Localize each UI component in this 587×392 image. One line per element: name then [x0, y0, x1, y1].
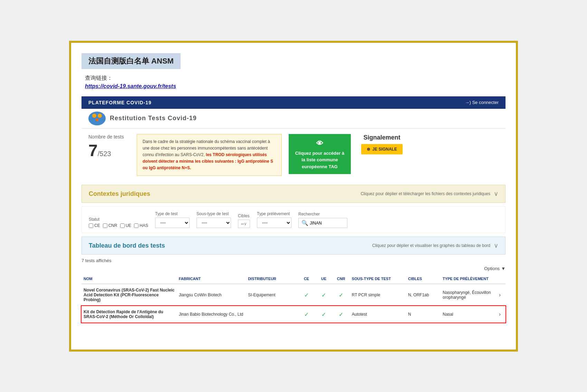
statut-filter: Statut CE CNR UE HAS [89, 217, 148, 228]
header-section: 法国自测版白名单 ANSM 查询链接： https://covid-19.san… [81, 53, 506, 89]
has-label: HAS [139, 223, 148, 228]
sub-header-title: Restitution Tests Covid-19 [110, 115, 197, 122]
logo [88, 112, 106, 125]
row1-ue: ✓ [315, 284, 333, 306]
search-icon: 🔍 [301, 220, 308, 226]
table-row-highlighted[interactable]: Kit de Détection Rapide de l'Antigène du… [81, 306, 506, 323]
ce-checkbox-label[interactable]: CE [89, 223, 100, 228]
table-section: 7 tests affichés Options ▼ NOM FABRICANT… [81, 258, 506, 326]
header-sous-type: SOUS-TYPE DE TEST [350, 274, 406, 284]
check-icon-ue-2: ✓ [321, 312, 326, 317]
row1-arrow[interactable]: › [497, 284, 506, 306]
type-test-select[interactable]: ---- [155, 218, 190, 228]
row2-ce: ✓ [298, 306, 315, 323]
query-url-link[interactable]: https://covid-19.sante.gouv.fr/tests [85, 83, 176, 89]
type-prelevement-filter: Type prélèvement ---- [257, 211, 291, 228]
svg-point-2 [96, 118, 98, 121]
tableau-right: Cliquez pour déplier et visualiser les g… [372, 242, 498, 249]
search-input-wrap: 🔍 [298, 218, 347, 228]
contextes-right: Cliquez pour déplier et télécharger les … [360, 190, 498, 198]
blue-bar: PLATEFORME COVID-19 →) Se connecter [81, 96, 506, 109]
svg-point-0 [92, 114, 96, 118]
sous-type-label: Sous-type de test [196, 211, 231, 216]
options-row: Options ▼ [81, 266, 506, 271]
ce-label: CE [94, 223, 100, 228]
header-cnr: CNR [333, 274, 350, 284]
ue-label: UE [126, 223, 132, 228]
ue-checkbox-label[interactable]: UE [120, 223, 132, 228]
login-link[interactable]: →) Se connecter [465, 100, 499, 105]
row2-cibles: N [406, 306, 441, 323]
row2-arrow[interactable]: › [497, 306, 506, 323]
header-fabricant: FABRICANT [177, 274, 246, 284]
signal-btn-label: JE SIGNALE [372, 147, 397, 152]
header-ue: UE [315, 274, 333, 284]
sous-type-select[interactable]: ---- [196, 218, 231, 228]
tableau-description: Cliquez pour déplier et visualiser les g… [372, 243, 490, 248]
options-button[interactable]: Options ▼ [484, 266, 506, 271]
query-link-section: 查询链接： https://covid-19.sante.gouv.fr/tes… [85, 75, 506, 89]
row2-nom: Kit de Détection Rapide de l'Antigène du… [81, 306, 177, 323]
row1-ce: ✓ [298, 284, 315, 306]
signal-button[interactable]: ⊗ JE SIGNALE [361, 144, 402, 154]
check-icon-cnr-2: ✓ [339, 312, 343, 317]
row2-distributeur [246, 306, 298, 323]
type-test-label: Type de test [155, 211, 190, 216]
table-row[interactable]: Novel Coronavirus (SRAS-CoV-2) Fast Nucl… [81, 284, 506, 306]
type-prelevement-select[interactable]: ---- [257, 218, 291, 228]
info-box: Dans le cadre de la stratégie nationale … [137, 134, 282, 176]
statut-label: Statut [89, 217, 148, 222]
row2-sous-type: Autotest [350, 306, 406, 323]
check-icon-cnr-1: ✓ [339, 292, 343, 298]
chevron-down-icon-options: ▼ [501, 266, 506, 271]
query-label: 查询链接： [85, 75, 506, 82]
check-icon-ce-1: ✓ [304, 292, 309, 298]
chevron-down-icon: ∨ [494, 190, 498, 198]
signal-icon: ⊗ [367, 147, 370, 152]
filter-row: Statut CE CNR UE HAS [81, 206, 506, 233]
green-button[interactable]: 👁 Cliquez pour accéder à la liste commun… [289, 134, 351, 174]
sous-type-filter: Sous-type de test ---- [196, 211, 231, 228]
table-header-row: NOM FABRICANT DISTRIBUTEUR CE UE CNR SOU… [81, 274, 506, 284]
results-table: NOM FABRICANT DISTRIBUTEUR CE UE CNR SOU… [81, 274, 506, 323]
arrow-right-icon: › [499, 292, 501, 298]
check-icon-ce-2: ✓ [304, 312, 309, 317]
contextes-title: Contextes juridiques [89, 190, 150, 198]
signalement-label: Signalement [363, 134, 400, 141]
arrow-right-icon-2: › [499, 311, 501, 317]
count-number: 7 [88, 141, 98, 160]
check-icon-ue-1: ✓ [321, 292, 326, 298]
type-prelevement-label: Type prélèvement [257, 211, 291, 216]
cnr-checkbox[interactable] [103, 223, 107, 228]
header-type-prelevement: TYPE DE PRÉLÈVEMENT [441, 274, 497, 284]
rechercher-filter: Rechercher 🔍 [298, 212, 347, 228]
has-checkbox[interactable] [134, 223, 138, 228]
options-label: Options [484, 266, 500, 271]
cibles-value: -- [241, 221, 244, 226]
count-total: /523 [98, 150, 111, 157]
count-label: Nombre de tests [88, 134, 130, 140]
title-box: 法国自测版白名单 ANSM [81, 53, 181, 69]
contextes-description: Cliquez pour déplier et télécharger les … [360, 191, 490, 196]
row1-cnr: ✓ [333, 284, 350, 306]
ce-checkbox[interactable] [89, 223, 93, 228]
has-checkbox-label[interactable]: HAS [134, 223, 148, 228]
type-test-filter: Type de test ---- [155, 211, 190, 228]
ue-checkbox[interactable] [120, 223, 125, 228]
header-cibles: CIBLES [406, 274, 441, 284]
rechercher-label: Rechercher [298, 212, 347, 217]
platform-title: PLATEFORME COVID-19 [88, 100, 152, 105]
tableau-section[interactable]: Tableau de bord des tests Cliquez pour d… [81, 237, 506, 255]
header-ce: CE [298, 274, 315, 284]
search-input[interactable] [310, 221, 344, 226]
row1-cibles: N, ORF1ab [406, 284, 441, 306]
row2-ue: ✓ [315, 306, 333, 323]
row1-nom: Novel Coronavirus (SRAS-CoV-2) Fast Nucl… [81, 284, 177, 306]
header-arrow [497, 274, 506, 284]
cnr-checkbox-label[interactable]: CNR [103, 223, 117, 228]
header-nom: NOM [81, 274, 177, 284]
contextes-section[interactable]: Contextes juridiques Cliquez pour déplie… [81, 185, 506, 203]
page-title: 法国自测版白名单 ANSM [88, 56, 174, 66]
green-btn-line1: Cliquez pour accéder à [294, 150, 345, 157]
test-count-box: Nombre de tests 7/523 [88, 134, 130, 160]
